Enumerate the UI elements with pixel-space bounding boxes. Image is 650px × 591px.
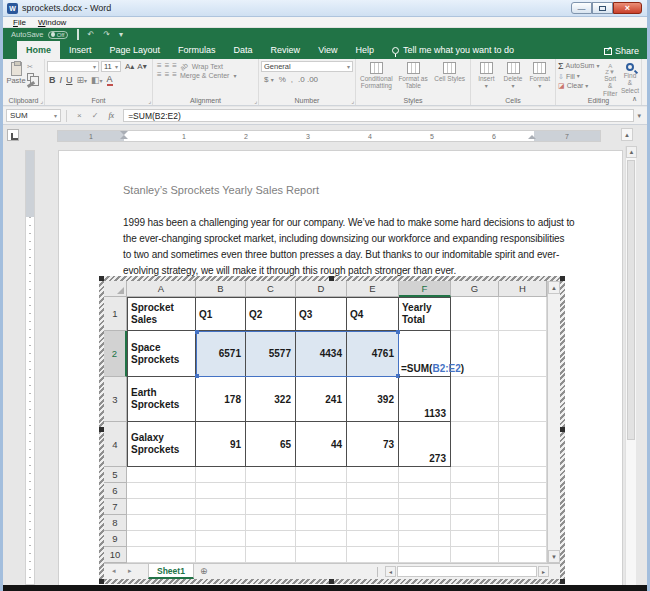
cell-G3[interactable]: [451, 377, 499, 422]
tab-insert[interactable]: Insert: [60, 41, 101, 59]
column-header-G[interactable]: G: [451, 281, 499, 297]
cell-E2[interactable]: 4761: [347, 331, 399, 377]
currency-icon[interactable]: $ ▾: [264, 75, 274, 84]
column-header-C[interactable]: C: [246, 281, 296, 297]
sheet-scroll-left-icon[interactable]: ◂: [385, 566, 396, 577]
cell[interactable]: [347, 483, 399, 499]
column-header-F[interactable]: F: [399, 281, 451, 297]
enter-icon[interactable]: ✓: [87, 111, 104, 120]
italic-icon[interactable]: I: [60, 76, 63, 85]
cell[interactable]: [246, 547, 296, 563]
maximize-button[interactable]: [592, 2, 613, 14]
cut-icon[interactable]: ✂: [27, 63, 35, 71]
cell-D3[interactable]: 241: [296, 377, 347, 422]
menu-window[interactable]: Window: [32, 18, 72, 27]
cell-G4[interactable]: [451, 422, 499, 467]
cell[interactable]: [399, 467, 451, 483]
fill-color-icon[interactable]: ◧▾: [91, 76, 103, 85]
cell[interactable]: [499, 515, 547, 531]
alignment-dialog-launcher-icon[interactable]: ⌟: [254, 97, 257, 104]
horizontal-ruler[interactable]: 1 7 1 2 3 4 5 6: [57, 130, 601, 142]
percent-icon[interactable]: %: [279, 75, 286, 84]
selection-handle[interactable]: [99, 579, 104, 584]
name-box[interactable]: SUM ▾: [6, 109, 61, 122]
cell[interactable]: [499, 499, 547, 515]
shrink-font-icon[interactable]: A▾: [137, 62, 146, 71]
comma-style-icon[interactable]: ,: [291, 75, 293, 84]
cell[interactable]: [347, 499, 399, 515]
cell[interactable]: [246, 483, 296, 499]
cell[interactable]: [451, 483, 499, 499]
cell-E3[interactable]: 392: [347, 377, 399, 422]
align-left-icon[interactable]: ≡: [157, 71, 161, 79]
cell-styles-button[interactable]: Cell Styles: [431, 61, 468, 95]
cell[interactable]: [127, 531, 196, 547]
row-header-8[interactable]: 8: [104, 515, 127, 531]
cell[interactable]: [127, 499, 196, 515]
cell[interactable]: [499, 483, 547, 499]
cell-A1[interactable]: Sprocket Sales: [127, 297, 196, 331]
cancel-icon[interactable]: ×: [72, 111, 87, 120]
cell[interactable]: [196, 467, 246, 483]
merge-center-button[interactable]: Merge & Center: [180, 72, 229, 79]
sheet-scroll-down-icon[interactable]: ▼: [548, 550, 560, 563]
selection-handle[interactable]: [560, 427, 565, 432]
underline-icon[interactable]: U: [66, 76, 73, 85]
insert-cells-button[interactable]: Insert ▾: [473, 61, 500, 95]
scroll-up-button[interactable]: ▲: [621, 128, 633, 141]
format-cells-button[interactable]: Format ▾: [526, 61, 553, 95]
cell-F2-active[interactable]: =SUM(B2:E2): [399, 331, 451, 377]
cell[interactable]: [399, 499, 451, 515]
cell-F4[interactable]: 273: [399, 422, 451, 467]
redo-icon[interactable]: ↷: [103, 31, 110, 39]
cell[interactable]: [399, 547, 451, 563]
minimize-button[interactable]: —: [571, 2, 592, 14]
insert-function-icon[interactable]: fx: [103, 111, 119, 120]
cell[interactable]: [451, 467, 499, 483]
cell[interactable]: [196, 531, 246, 547]
sheet-scroll-track[interactable]: [397, 566, 537, 577]
cell[interactable]: [246, 467, 296, 483]
cell[interactable]: [399, 515, 451, 531]
cell[interactable]: [127, 515, 196, 531]
cell[interactable]: [296, 483, 347, 499]
tab-home[interactable]: Home: [17, 41, 60, 59]
cell[interactable]: [296, 467, 347, 483]
cell[interactable]: [196, 547, 246, 563]
cell[interactable]: [451, 547, 499, 563]
cell-A2[interactable]: Space Sprockets: [127, 331, 196, 377]
bottom-align-icon[interactable]: ≡: [172, 62, 176, 70]
cell[interactable]: [246, 499, 296, 515]
select-all-corner[interactable]: [104, 281, 127, 297]
right-indent-marker[interactable]: [528, 135, 536, 139]
cell[interactable]: [246, 515, 296, 531]
bold-icon[interactable]: B: [49, 76, 56, 85]
column-header-H[interactable]: H: [499, 281, 547, 297]
formula-input[interactable]: =SUM(B2:E2): [123, 109, 634, 122]
cell-D2[interactable]: 4434: [296, 331, 347, 377]
row-header-1[interactable]: 1: [104, 297, 127, 331]
cell-H3[interactable]: [499, 377, 547, 422]
cell[interactable]: [499, 467, 547, 483]
column-header-A[interactable]: A: [127, 281, 196, 297]
cell-D4[interactable]: 44: [296, 422, 347, 467]
cell[interactable]: [296, 499, 347, 515]
align-right-icon[interactable]: ≡: [172, 71, 176, 79]
cell[interactable]: [499, 547, 547, 563]
close-button[interactable]: ×: [613, 2, 642, 14]
orientation-icon[interactable]: ab: [179, 61, 189, 71]
share-button[interactable]: Share: [604, 46, 639, 56]
sheet-scroll-up-icon[interactable]: ▲: [548, 281, 560, 294]
cell[interactable]: [347, 531, 399, 547]
borders-icon[interactable]: ⊞▾: [77, 76, 88, 85]
cell[interactable]: [196, 483, 246, 499]
cell[interactable]: [196, 499, 246, 515]
clear-button[interactable]: ◪ Clear ▾: [558, 82, 599, 90]
cell-E4[interactable]: 73: [347, 422, 399, 467]
save-icon[interactable]: [77, 31, 79, 39]
tell-me-box[interactable]: Tell me what you want to do: [383, 41, 523, 59]
cell[interactable]: [127, 483, 196, 499]
sheet-vertical-scrollbar[interactable]: ▲ ▼: [547, 281, 560, 563]
cell[interactable]: [399, 483, 451, 499]
sheet-horizontal-scrollbar[interactable]: ◂ ▸: [385, 566, 549, 577]
